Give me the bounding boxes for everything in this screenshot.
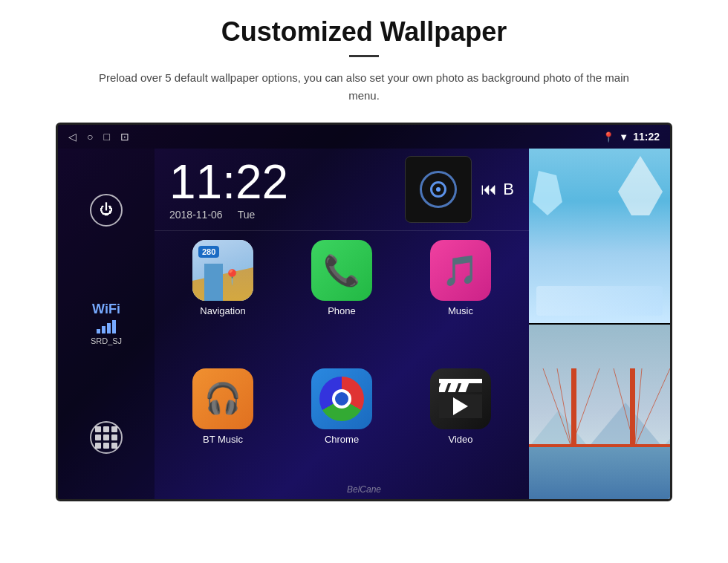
- apps-dot: [103, 435, 109, 440]
- day-value: Tue: [238, 209, 256, 221]
- wifi-signal-dot: [436, 187, 441, 192]
- bluetooth-music-icon: 🎧: [204, 381, 241, 416]
- app-item-bt-music[interactable]: 🎧 BT Music: [166, 368, 279, 491]
- nav-badge: 280: [198, 246, 219, 258]
- page-wrapper: Customized Wallpaper Preload over 5 defa…: [0, 0, 728, 501]
- phone-app-label: Phone: [328, 305, 356, 316]
- photo-ice: [529, 149, 670, 323]
- wifi-app-icon[interactable]: [405, 156, 472, 223]
- screenshot-nav-icon[interactable]: ⊡: [120, 131, 129, 143]
- video-app-icon[interactable]: [430, 368, 491, 429]
- bridge-scene: [529, 325, 670, 499]
- nav-road2: [204, 264, 223, 301]
- ice-reflection: [536, 286, 663, 316]
- app-item-chrome[interactable]: Chrome: [285, 368, 398, 491]
- page-title: Customized Wallpaper: [221, 16, 507, 48]
- wifi-bar-3: [107, 323, 111, 333]
- chrome-outer-ring: [319, 377, 364, 421]
- nav-pin-icon: 📍: [223, 268, 241, 286]
- apps-dot: [111, 443, 117, 449]
- svg-line-1: [557, 368, 571, 447]
- apps-area: 280 📍 Navigation 📞 Phone: [155, 231, 529, 499]
- wifi-signal-inner: [430, 181, 446, 198]
- apps-dot: [111, 426, 117, 432]
- sidebar: ⏻ WiFi SRD_SJ: [58, 149, 155, 499]
- wifi-bars: [97, 320, 116, 333]
- wifi-label: WiFi: [92, 302, 120, 317]
- svg-line-3: [614, 368, 635, 447]
- clock-area: 11:22 2018-11-06 Tue: [155, 149, 529, 231]
- wifi-bar-4: [112, 320, 116, 333]
- bt-music-app-label: BT Music: [203, 434, 243, 445]
- photo-bridge: [529, 325, 670, 499]
- clock-date: 2018-11-06 Tue: [169, 209, 405, 221]
- ice-shape-2: [533, 171, 562, 215]
- clock-right: ⏮ B: [405, 156, 514, 223]
- right-photos: [529, 149, 670, 499]
- svg-line-2: [571, 368, 599, 447]
- wifi-signal-outer: [420, 171, 457, 208]
- wifi-ssid: SRD_SJ: [91, 336, 122, 345]
- app-item-music[interactable]: 🎵 Music: [404, 240, 517, 362]
- apps-dot: [95, 435, 101, 440]
- svg-line-5: [635, 368, 671, 447]
- power-icon: ⏻: [100, 202, 113, 218]
- phone-icon: 📞: [323, 253, 360, 288]
- android-screen: ◁ ○ □ ⊡ 📍 ▼ 11:22 ⏻: [58, 125, 670, 499]
- apps-dot: [111, 435, 117, 440]
- app-item-phone[interactable]: 📞 Phone: [285, 240, 398, 362]
- app-item-navigation[interactable]: 280 📍 Navigation: [166, 240, 279, 362]
- apps-button[interactable]: [90, 421, 123, 454]
- navigation-app-label: Navigation: [200, 305, 245, 316]
- bridge-cables: [529, 368, 670, 447]
- apps-dot: [95, 443, 101, 449]
- status-bar-left: ◁ ○ □ ⊡: [68, 131, 129, 143]
- main-area: ⏻ WiFi SRD_SJ: [58, 149, 670, 499]
- android-screen-outer: ◁ ○ □ ⊡ 📍 ▼ 11:22 ⏻: [56, 123, 672, 501]
- bluetooth-icon[interactable]: B: [503, 180, 514, 199]
- wifi-bar-1: [97, 329, 100, 333]
- date-value: 2018-11-06: [169, 209, 223, 221]
- media-controls: ⏮ B: [481, 180, 514, 199]
- svg-line-4: [635, 368, 643, 447]
- music-icon: 🎵: [442, 253, 479, 288]
- bt-music-app-icon[interactable]: 🎧: [192, 368, 253, 429]
- status-time: 11:22: [633, 131, 660, 143]
- video-app-label: Video: [448, 434, 472, 445]
- wifi-widget: WiFi SRD_SJ: [91, 302, 122, 345]
- ice-shape-1: [618, 156, 663, 215]
- music-app-label: Music: [448, 305, 473, 316]
- recents-nav-icon[interactable]: □: [103, 131, 109, 143]
- phone-app-icon[interactable]: 📞: [311, 240, 372, 301]
- power-button[interactable]: ⏻: [90, 194, 123, 227]
- status-bar-right: 📍 ▼ 11:22: [602, 131, 660, 143]
- back-nav-icon[interactable]: ◁: [68, 131, 77, 143]
- navigation-app-icon[interactable]: 280 📍: [192, 240, 253, 301]
- location-icon: 📍: [602, 131, 614, 143]
- chrome-inner-circle: [332, 389, 351, 409]
- svg-line-0: [543, 368, 571, 447]
- prev-track-icon[interactable]: ⏮: [481, 180, 497, 199]
- home-nav-icon[interactable]: ○: [87, 131, 93, 143]
- watermark: BelCane: [347, 484, 381, 495]
- bridge-water: [529, 447, 670, 500]
- wifi-bar-2: [102, 326, 105, 333]
- clapper-icon: [439, 379, 482, 418]
- ice-background: [529, 149, 670, 323]
- center-area: 11:22 2018-11-06 Tue: [155, 149, 529, 499]
- page-description: Preload over 5 default wallpaper options…: [97, 69, 631, 105]
- status-bar: ◁ ○ □ ⊡ 📍 ▼ 11:22: [58, 125, 670, 149]
- apps-dot: [103, 426, 109, 432]
- music-app-icon[interactable]: 🎵: [430, 240, 491, 301]
- clock-time: 11:22: [169, 158, 405, 206]
- apps-dot: [103, 443, 109, 449]
- app-item-video[interactable]: Video: [404, 368, 517, 491]
- title-divider: [349, 55, 379, 57]
- clock-left: 11:22 2018-11-06 Tue: [169, 158, 405, 221]
- chrome-app-icon[interactable]: [311, 368, 372, 429]
- apps-grid-icon: [95, 426, 117, 449]
- apps-dot: [95, 426, 101, 432]
- chrome-app-label: Chrome: [325, 434, 359, 445]
- signal-icon: ▼: [619, 131, 628, 143]
